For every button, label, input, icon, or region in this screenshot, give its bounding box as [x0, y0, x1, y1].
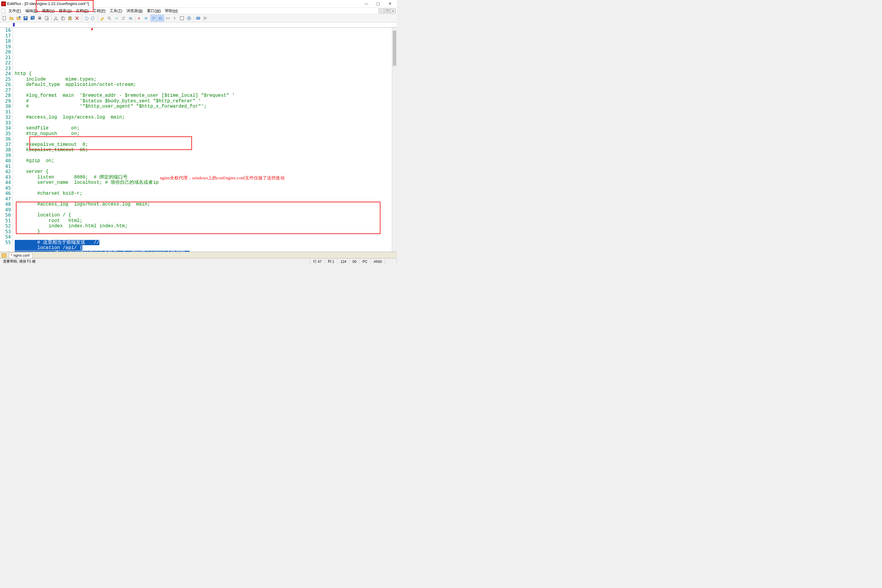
help-button[interactable]: ? — [202, 15, 208, 21]
syntax-button[interactable]: W — [144, 15, 150, 21]
svg-rect-6 — [38, 18, 41, 20]
code-line[interactable]: server { — [15, 169, 392, 175]
code-line[interactable]: #log_format main '$remote_addr - $remote… — [15, 93, 392, 99]
code-line[interactable] — [15, 88, 392, 93]
replace-button[interactable] — [120, 15, 127, 21]
settings-button[interactable] — [195, 15, 201, 21]
status-resize-grip — [385, 258, 397, 265]
redo-button[interactable] — [90, 15, 96, 21]
ruler-button[interactable] — [165, 15, 171, 21]
svg-rect-15 — [69, 16, 70, 17]
code-line[interactable]: keepalive_timeout 65; — [15, 147, 392, 153]
code-line[interactable]: #access_log logs/host.access.log main; — [15, 202, 392, 207]
full-screen-button[interactable] — [179, 15, 185, 21]
spell-check-button[interactable]: ab — [127, 15, 134, 21]
code-line[interactable] — [15, 234, 392, 240]
code-line[interactable]: root html; — [15, 218, 392, 224]
paste-button[interactable] — [67, 15, 73, 21]
find-button[interactable] — [106, 15, 112, 21]
code-line[interactable] — [15, 207, 392, 213]
svg-line-27 — [92, 28, 95, 29]
new-file-button[interactable] — [1, 15, 8, 21]
code-line[interactable] — [15, 196, 392, 202]
invisible-chars-button[interactable]: ¶ — [172, 15, 178, 21]
code-line[interactable]: include mime.types; — [15, 77, 392, 82]
mdi-minimize-button[interactable]: – — [379, 9, 384, 13]
cut-button[interactable] — [52, 15, 59, 21]
code-line[interactable]: server_name localhost; # 填你自己的域名或者ip — [15, 180, 392, 186]
code-line[interactable] — [15, 120, 392, 126]
code-line[interactable]: #charset koi8-r; — [15, 191, 392, 196]
code-line[interactable]: location /api/ { — [15, 245, 392, 251]
menu-文档d[interactable]: 文档(D) — [74, 8, 91, 14]
mdi-restore-button[interactable]: ❐ — [384, 9, 390, 13]
save-button[interactable] — [22, 15, 29, 21]
mdi-close-button[interactable]: x — [390, 9, 396, 13]
code-editor[interactable]: nginx全权代理，windows上的conf/nginx.conf文件仅做了这… — [13, 28, 392, 252]
document-tab[interactable]: * nginx.conf — [9, 252, 33, 258]
code-line[interactable]: # '"$http_user_agent" "$http_x_forwarded… — [15, 104, 392, 110]
code-line[interactable]: # '$status $body_bytes_sent "$http_refer… — [15, 99, 392, 104]
code-line[interactable]: default_type application/octet-stream; — [15, 82, 392, 88]
open-remote-button[interactable] — [15, 15, 22, 21]
menu-工具t[interactable]: 工具(T) — [108, 8, 124, 14]
menu-工程p[interactable]: 工程(P) — [91, 8, 108, 14]
status-encoding: ANSI — [371, 258, 385, 265]
menu-搜索s[interactable]: 搜索(S) — [57, 8, 74, 14]
code-line[interactable]: #gzip on; — [15, 158, 392, 164]
svg-rect-24 — [196, 17, 200, 18]
menu-文件f[interactable]: 文件(F) — [6, 8, 23, 14]
menu-帮助h[interactable]: 帮助(H) — [163, 8, 180, 14]
code-line[interactable] — [15, 153, 392, 159]
close-button[interactable]: ✕ — [384, 0, 396, 8]
maximize-button[interactable]: ▢ — [372, 0, 384, 8]
svg-text:?: ? — [205, 16, 207, 19]
menu-视图v[interactable]: 视图(V) — [40, 8, 57, 14]
scrollbar-thumb[interactable] — [393, 31, 396, 66]
code-line[interactable]: # 这里相当于前端发送 // — [15, 240, 392, 246]
word-wrap-button[interactable] — [150, 15, 157, 21]
save-all-button[interactable] — [29, 15, 36, 21]
print-preview-button[interactable] — [44, 15, 50, 21]
code-line[interactable]: # 通过8070端口访问的这个路径，会一直对应在8070这个路径下， — [15, 251, 392, 252]
code-line[interactable]: index index.html index.htm; — [15, 224, 392, 229]
print-button[interactable] — [36, 15, 43, 21]
vertical-scrollbar[interactable] — [392, 28, 397, 252]
status-total-lines: 124 — [338, 258, 350, 265]
code-line[interactable]: #tcp_nopush on; — [15, 131, 392, 137]
code-line[interactable]: } — [15, 229, 392, 235]
code-line[interactable] — [15, 66, 392, 72]
menu-浏览器b[interactable]: 浏览器(B) — [124, 8, 145, 14]
window-title: EditPlus - [D:\dev\nginx-1.22.1\conf\ngi… — [7, 2, 89, 6]
menu-窗口w[interactable]: 窗口(W) — [145, 8, 163, 14]
code-line[interactable]: sendfile on; — [15, 126, 392, 131]
code-line[interactable] — [15, 186, 392, 191]
folder-icon[interactable] — [2, 254, 6, 258]
browser-button[interactable] — [186, 15, 192, 21]
svg-point-1 — [19, 16, 21, 18]
document-icon — [1, 9, 5, 13]
svg-text:¶: ¶ — [174, 16, 176, 20]
code-line[interactable] — [15, 164, 392, 170]
delete-button[interactable] — [74, 15, 80, 21]
copy-button[interactable] — [60, 15, 66, 21]
app-icon — [1, 2, 6, 6]
status-selection: 00 — [350, 258, 360, 265]
menu-编辑e[interactable]: 编辑(E) — [23, 8, 40, 14]
document-tab-strip: * nginx.conf — [0, 252, 397, 258]
font-button[interactable]: A — [136, 15, 143, 21]
code-line[interactable]: #keepalive_timeout 0; — [15, 142, 392, 148]
code-line[interactable]: location / { — [15, 213, 392, 218]
line-number-button[interactable] — [158, 15, 164, 21]
goto-button[interactable] — [113, 15, 120, 21]
minimize-button[interactable]: — — [360, 0, 372, 8]
code-line[interactable]: http { — [15, 71, 392, 77]
undo-button[interactable] — [83, 15, 89, 21]
line-number-gutter: 1617181920212223242526272829303132333435… — [0, 28, 13, 252]
highlight-button[interactable] — [99, 15, 105, 21]
code-line[interactable] — [15, 136, 392, 142]
code-line[interactable] — [15, 110, 392, 115]
open-file-button[interactable] — [8, 15, 15, 21]
svg-rect-7 — [39, 16, 40, 18]
code-line[interactable]: #access_log logs/access.log main; — [15, 115, 392, 120]
